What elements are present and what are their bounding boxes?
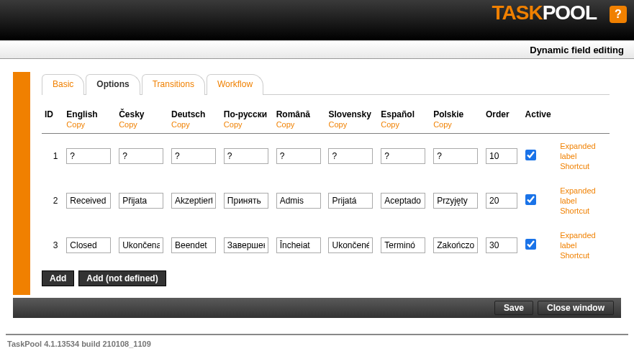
expanded-label-link[interactable]: Expanded label [560,186,605,206]
app-logo: TASKPOOL [492,1,597,24]
col-es: EspañolCopy [378,108,430,134]
cell-input-sk[interactable] [328,193,373,209]
copy-link-es[interactable]: Copy [381,120,426,129]
col-ro: RomânăCopy [273,108,326,134]
col-active: Active [522,108,558,134]
cell-input-ro[interactable] [276,193,321,209]
sidebar-accent [13,72,30,295]
cell-input-cs[interactable] [119,148,163,164]
shortcut-link[interactable]: Shortcut [560,206,605,216]
copy-link-ro[interactable]: Copy [276,120,322,129]
cell-input-ru[interactable] [224,237,268,253]
footer-version: TaskPool 4.1.13534 build 210108_1109 [0,335,634,355]
col-pl: PolskieCopy [430,108,483,134]
row-id: 1 [42,134,63,179]
col-id: ID [42,108,63,134]
save-button[interactable]: Save [494,301,533,315]
shortcut-link[interactable]: Shortcut [560,161,605,171]
col-ru: По-русскиCopy [221,108,273,134]
add-button[interactable]: Add [42,270,74,286]
add-not-defined-button[interactable]: Add (not defined) [78,270,166,286]
active-checkbox[interactable] [525,150,536,160]
cell-input-ru[interactable] [224,148,268,164]
tab-transitions[interactable]: Transitions [142,74,205,95]
cell-input-es[interactable] [381,193,425,209]
cell-input-pl[interactable] [433,193,478,209]
cell-input-pl[interactable] [433,148,478,164]
help-icon[interactable]: ? [610,6,627,23]
table-row: 1Expanded labelShortcut [42,134,610,179]
logo-part1: TASK [492,1,543,24]
active-checkbox[interactable] [525,239,536,250]
cell-input-en[interactable] [66,148,111,164]
copy-link-de[interactable]: Copy [171,120,217,129]
copy-link-pl[interactable]: Copy [433,120,479,129]
app-header: TASKPOOL ? [0,0,634,40]
cell-input-ru[interactable] [224,193,268,209]
col-order: Order [483,108,522,134]
table-row: 2Expanded labelShortcut [42,178,610,223]
cell-input-de[interactable] [171,237,216,253]
active-checkbox[interactable] [525,194,536,205]
tab-workflow[interactable]: Workflow [207,74,263,95]
cell-input-ro[interactable] [276,148,321,164]
cell-input-pl[interactable] [433,237,478,253]
order-input[interactable] [486,193,517,209]
copy-link-en[interactable]: Copy [66,120,112,129]
action-bar: Save Close window [13,298,621,318]
cell-input-cs[interactable] [119,237,163,253]
col-de: DeutschCopy [168,108,221,134]
cell-input-en[interactable] [66,193,111,209]
expanded-label-link[interactable]: Expanded label [560,141,605,161]
copy-link-ru[interactable]: Copy [224,120,269,129]
tab-options[interactable]: Options [86,74,140,95]
row-id: 2 [42,178,63,223]
cell-input-sk[interactable] [328,237,373,253]
cell-input-cs[interactable] [119,193,163,209]
close-window-button[interactable]: Close window [538,301,614,315]
order-input[interactable] [486,237,517,253]
cell-input-sk[interactable] [328,148,373,164]
row-id: 3 [42,223,63,268]
logo-part2: POOL [543,1,597,24]
col-en: EnglishCopy [63,108,116,134]
expanded-label-link[interactable]: Expanded label [560,230,605,250]
cell-input-de[interactable] [171,193,216,209]
cell-input-es[interactable] [381,148,425,164]
options-table: ID EnglishCopy ČeskyCopy DeutschCopy По-… [42,108,610,268]
page-subtitle: Dynamic field editing [0,40,634,59]
tab-bar: Basic Options Transitions Workflow [42,73,610,94]
cell-input-es[interactable] [381,237,425,253]
col-sk: SlovenskyCopy [325,108,378,134]
col-cs: ČeskyCopy [116,108,168,134]
copy-link-sk[interactable]: Copy [328,120,373,129]
tab-basic[interactable]: Basic [42,74,84,95]
cell-input-en[interactable] [66,237,111,253]
shortcut-link[interactable]: Shortcut [560,250,605,260]
order-input[interactable] [486,148,517,164]
cell-input-de[interactable] [171,148,216,164]
table-row: 3Expanded labelShortcut [42,223,610,268]
copy-link-cs[interactable]: Copy [119,120,164,129]
cell-input-ro[interactable] [276,237,321,253]
